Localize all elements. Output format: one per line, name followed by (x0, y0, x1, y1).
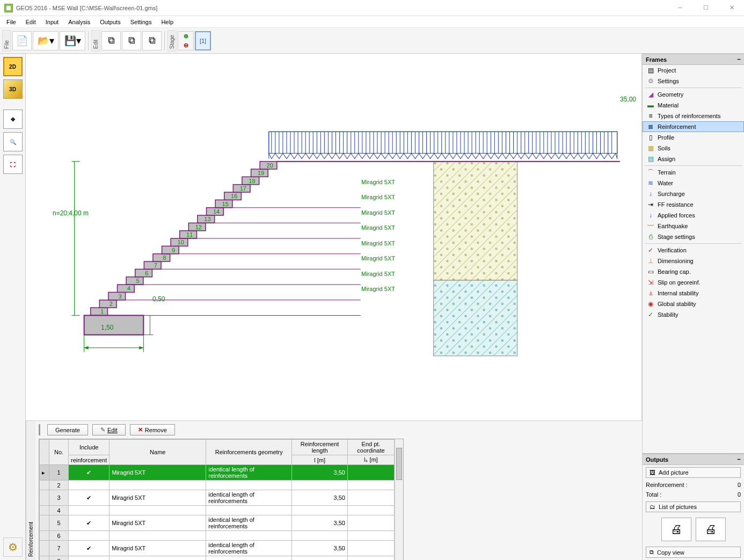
frame-item-label: Profile (658, 134, 674, 141)
frame-item-assign[interactable]: ▤Assign (643, 154, 744, 164)
svg-text:20: 20 (267, 162, 273, 169)
frame-item-global-stability[interactable]: ◉Global stability (643, 299, 744, 309)
frame-item-soils[interactable]: ▦Soils (643, 143, 744, 154)
maximize-button[interactable]: ☐ (698, 4, 714, 11)
frame-item-stage-settings[interactable]: ⎙Stage settings (643, 231, 744, 242)
frame-item-label: Types of reinforcements (658, 113, 720, 119)
drawing-canvas[interactable]: 1234567891011121314151617181920 35,00 n=… (26, 54, 642, 420)
svg-text:14: 14 (213, 208, 220, 215)
frame-item-label: Dimensioning (658, 258, 694, 264)
col-length[interactable]: Reinforcement length (292, 440, 348, 455)
frame-item-dimensioning[interactable]: ⊥Dimensioning (643, 256, 744, 266)
frame-item-profile[interactable]: ▯Profile (643, 132, 744, 143)
menu-file[interactable]: File (2, 18, 20, 26)
frame-item-geometry[interactable]: ◢Geometry (643, 89, 744, 100)
close-button[interactable]: ✕ (724, 4, 740, 11)
menu-settings[interactable]: Settings (126, 18, 156, 26)
col-name[interactable]: Name (110, 440, 206, 465)
paste-special-button[interactable]: ⧉ (142, 31, 162, 50)
frame-item-water[interactable]: ≋Water (643, 178, 744, 188)
copy-icon: ⧉ (650, 549, 654, 556)
col-include[interactable]: Include (69, 440, 110, 455)
col-endpt[interactable]: End pt. coordinate (347, 440, 394, 455)
add-picture-icon: 🖼 (650, 469, 655, 476)
reinforcement-table[interactable]: No. Include Name Reinforcements geometry… (39, 439, 395, 560)
reinforcement-label: Miragrid 5XT (361, 240, 395, 246)
stage-add-remove[interactable]: ⊕ ⊖ (178, 31, 194, 50)
bottom-panel: Reinforcement Generate ✎Edit ✕Remove No. (26, 420, 642, 560)
zoom-button[interactable]: 🔍 (3, 132, 23, 151)
frame-item-slip-on-georeinf-[interactable]: ⇲Slip on georeinf. (643, 277, 744, 288)
table-row[interactable]: 6 (40, 531, 395, 541)
menu-input[interactable]: Input (41, 18, 63, 26)
stage-add-icon[interactable]: ⊕ (178, 32, 193, 41)
frame-item-material[interactable]: ▬Material (643, 100, 744, 111)
frame-item-bearing-cap-[interactable]: ▭Bearing cap. (643, 266, 744, 277)
copy-button[interactable]: ⧉ (101, 31, 121, 50)
table-row[interactable]: 8 (40, 556, 395, 561)
frame-item-earthquake[interactable]: 〰Earthquake (643, 221, 744, 231)
svg-text:2: 2 (110, 301, 113, 307)
frame-item-project[interactable]: ▤Project (643, 65, 744, 76)
table-scrollbar[interactable] (395, 439, 403, 560)
view-settings-button[interactable]: ⚙ (3, 537, 23, 557)
pan-button[interactable]: ✥ (3, 110, 23, 129)
frame-item-settings[interactable]: ⚙Settings (643, 76, 744, 86)
fit-button[interactable]: ⛶ (3, 155, 23, 174)
table-row[interactable]: ▸1✔Miragrid 5XTidentical length of reinf… (40, 465, 395, 481)
view-2d-button[interactable]: 2D (3, 57, 23, 76)
print-button[interactable]: 🖨 (661, 518, 691, 541)
minimize-button[interactable]: ─ (672, 4, 688, 11)
generate-button[interactable]: Generate (47, 424, 88, 435)
menu-analysis[interactable]: Analysis (64, 18, 94, 26)
frame-item-verification[interactable]: ✓Verification (643, 245, 744, 256)
gear-icon: ⚙ (647, 77, 654, 85)
remove-button[interactable]: ✕Remove (130, 424, 175, 435)
col-no[interactable]: No. (49, 440, 69, 465)
stage-remove-icon[interactable]: ⊖ (178, 41, 193, 50)
new-file-button[interactable]: 📄 (12, 31, 32, 50)
list-icon: ▤ (647, 67, 654, 74)
frame-item-applied-forces[interactable]: ↓Applied forces (643, 210, 744, 221)
paste-button[interactable]: ⧉ (122, 31, 141, 50)
frame-item-types-of-reinforcements[interactable]: ≡Types of reinforcements (643, 111, 744, 121)
table-row[interactable]: 3✔Miragrid 5XTidentical length of reinfo… (40, 490, 395, 506)
frame-item-internal-stability[interactable]: ⍋Internal stability (643, 288, 744, 299)
add-picture-button[interactable]: 🖼 Add picture (646, 467, 741, 478)
reinforcement-label: Miragrid 5XT (361, 286, 395, 292)
open-file-button[interactable]: 📂▾ (33, 31, 59, 50)
menu-help[interactable]: Help (157, 18, 178, 26)
forces-icon: ↓ (647, 212, 654, 219)
save-file-button[interactable]: 💾▾ (60, 31, 85, 50)
toolbar-group-file: File (2, 30, 11, 52)
menu-edit[interactable]: Edit (21, 18, 40, 26)
frame-item-label: FF resistance (658, 201, 694, 208)
frame-item-ff-resistance[interactable]: ⇥FF resistance (643, 199, 744, 210)
terrain-icon: ⌒ (647, 169, 654, 176)
frame-item-stability[interactable]: ✓Stability (643, 309, 744, 320)
width-dimension-value: 1,50 (101, 324, 113, 331)
table-row[interactable]: 5✔Miragrid 5XTidentical length of reinfo… (40, 515, 395, 531)
table-row[interactable]: 7✔Miragrid 5XTidentical length of reinfo… (40, 541, 395, 556)
stage-1-button[interactable]: [1] (195, 31, 211, 50)
print-pdf-button[interactable]: 🖨 (696, 518, 726, 541)
table-row[interactable]: 4 (40, 506, 395, 515)
reinf-icon: ≣ (647, 123, 654, 130)
frame-item-terrain[interactable]: ⌒Terrain (643, 167, 744, 178)
copy-view-button[interactable]: ⧉ Copy view (646, 547, 741, 558)
reinforcement-label: Miragrid 5XT (361, 209, 395, 216)
frame-item-surcharge[interactable]: ↓Surcharge (643, 188, 744, 199)
view-3d-button[interactable]: 3D (3, 79, 23, 99)
frames-minimize-icon[interactable]: − (737, 56, 741, 63)
col-geometry[interactable]: Reinforcements geometry (206, 440, 292, 465)
frame-item-label: Stability (658, 311, 679, 318)
outputs-minimize-icon[interactable]: − (737, 456, 741, 463)
frame-item-reinforcement[interactable]: ≣Reinforcement (643, 121, 744, 132)
assign-icon: ▤ (647, 155, 654, 163)
list-pictures-button[interactable]: 🗂 List of pictures (646, 501, 741, 512)
geometry-icon: ◢ (647, 91, 654, 98)
table-row[interactable]: 2 (40, 481, 395, 490)
menu-outputs[interactable]: Outputs (96, 18, 125, 26)
svg-rect-1 (269, 132, 617, 153)
edit-button[interactable]: ✎Edit (92, 424, 126, 435)
